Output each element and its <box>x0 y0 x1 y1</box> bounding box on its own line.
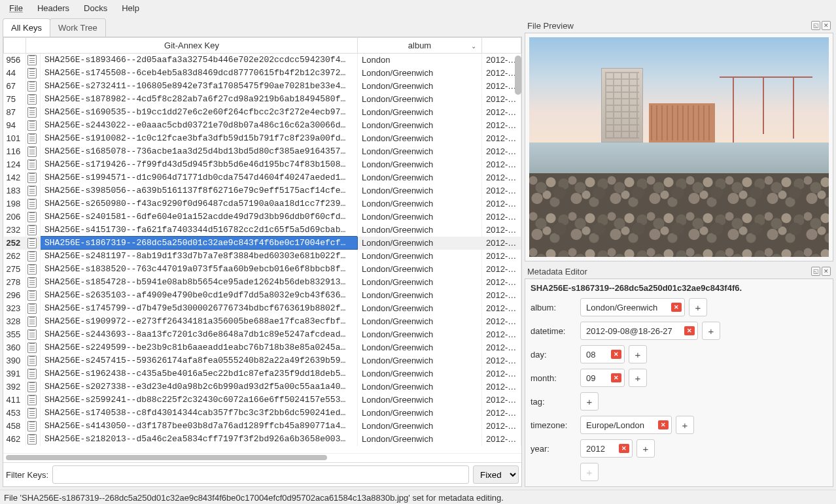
col-album[interactable]: album ⌄ <box>358 38 482 54</box>
tab-all-keys[interactable]: All Keys <box>3 18 50 37</box>
delete-icon[interactable]: ✕ <box>684 326 695 335</box>
table-row[interactable]: 296SHA256E-s2635103--af4909e4790be0cd1e9… <box>4 289 521 302</box>
add-day-button[interactable]: + <box>629 345 647 363</box>
cell-album: London/Greenwich <box>358 132 482 145</box>
add-field-button[interactable]: + <box>580 463 599 481</box>
table-row[interactable]: 458SHA256E-s4143050--d3f1787bee03b8d7a76… <box>4 420 521 433</box>
col-key[interactable]: Git-Annex Key <box>26 38 358 54</box>
delete-icon[interactable]: ✕ <box>658 420 669 429</box>
vertical-scrollbar[interactable] <box>515 56 521 95</box>
table-row[interactable]: 390SHA256E-s2457415--593626174afa8fea055… <box>4 354 521 367</box>
delete-icon[interactable]: ✕ <box>671 303 682 312</box>
add-year-button[interactable]: + <box>636 439 655 458</box>
cell-album: London/Greenwich <box>358 67 482 80</box>
menu-headers[interactable]: Headers <box>31 2 76 14</box>
table-row[interactable]: 75SHA256E-s1878982--4cd5f8c282ab7a6f27cd… <box>4 93 521 106</box>
cell-key: SHA256E-s2401581--6dfe604e01a152acdde49d… <box>41 210 358 224</box>
table-row[interactable]: 101SHA256E-s1910082--1c0c12fcae3bfa3dfb5… <box>4 132 521 145</box>
table-row[interactable]: 232SHA256E-s4151730--fa621fa7403344d5167… <box>4 224 521 237</box>
col-date[interactable] <box>482 38 521 54</box>
row-number: 458 <box>4 420 26 433</box>
col-rownum[interactable] <box>4 38 26 54</box>
editing-key-name: SHA256E-s1867319--268dc5a250d01c32ae9c84… <box>531 283 827 293</box>
cell-date: 2012-09 <box>482 276 521 289</box>
cell-key: SHA256E-s1878982--4cd5f8c282ab7a6f27cd98… <box>41 93 358 106</box>
table-row[interactable]: 355SHA256E-s2443693--8aa13fc7201c3d6e864… <box>4 328 521 341</box>
table-row[interactable]: 323SHA256E-s1745799--d7b479e5d3000026776… <box>4 302 521 315</box>
cell-album: London/Greenwich <box>358 106 482 119</box>
dock-detach-icon[interactable]: ◱ <box>811 21 820 30</box>
table-row[interactable]: 142SHA256E-s1994571--d1c9064d71771db0cda… <box>4 171 521 184</box>
value-year[interactable]: 2012 ✕ <box>580 439 633 458</box>
tab-work-tree[interactable]: Work Tree <box>50 18 106 37</box>
table-row[interactable]: 67SHA256E-s2732411--106805e8942e73fa1708… <box>4 80 521 93</box>
table-row[interactable]: 87SHA256E-s1690535--b19cc1dd27e6c2e60f26… <box>4 106 521 119</box>
add-month-button[interactable]: + <box>629 369 647 387</box>
table-row[interactable]: 328SHA256E-s1909972--e273ff26434181a3560… <box>4 315 521 328</box>
chevron-down-icon: ⌄ <box>471 42 476 49</box>
row-number: 206 <box>4 210 26 224</box>
delete-icon[interactable]: ✕ <box>611 373 621 382</box>
table-row[interactable]: 391SHA256E-s1962438--c435a5be4016a5ec22b… <box>4 367 521 380</box>
cell-album: London/Greenwich <box>358 420 482 433</box>
horizontal-scrollbar[interactable] <box>3 453 521 462</box>
row-number: 411 <box>4 394 26 407</box>
menu-docks[interactable]: Docks <box>77 2 114 14</box>
value-timezone[interactable]: Europe/London ✕ <box>580 416 672 434</box>
menu-file[interactable]: File <box>3 2 29 14</box>
table-row[interactable]: 453SHA256E-s1740538--c8fd43014344cab357f… <box>4 407 521 420</box>
table-row[interactable]: 116SHA256E-s1685078--736acbe1aa3d25d4bd1… <box>4 145 521 158</box>
document-icon <box>26 302 41 315</box>
cell-date: 2012-09 <box>482 420 521 433</box>
menubar: File Headers Docks Help <box>0 0 836 16</box>
dock-close-icon[interactable]: ✕ <box>822 267 831 276</box>
table-row[interactable]: 252SHA256E-s1867319--268dc5a250d01c32ae9… <box>4 237 521 250</box>
cell-key: SHA256E-s1909972--e273ff26434181a356005b… <box>41 315 358 328</box>
table-row[interactable]: 392SHA256E-s2027338--e3d23e4d0a98b2c6b99… <box>4 380 521 394</box>
keys-panel: All Keys Work Tree Git-Annex Key album <box>3 18 522 487</box>
table-row[interactable]: 94SHA256E-s2443022--e0aaac5cbd03721e70d8… <box>4 119 521 132</box>
add-album-button[interactable]: + <box>689 298 707 316</box>
keys-table-wrap[interactable]: Git-Annex Key album ⌄ 956SHA256E-s189346… <box>3 37 521 453</box>
dock-close-icon[interactable]: ✕ <box>822 21 831 30</box>
table-row[interactable]: 183SHA256E-s3985056--a639b5161137f8f6271… <box>4 184 521 197</box>
cell-album: London/Greenwich <box>358 367 482 380</box>
cell-album: London/Greenwich <box>358 433 482 446</box>
cell-key: SHA256E-s2481197--8ab19d1f33d7b7a7e8f388… <box>41 250 358 263</box>
dock-detach-icon[interactable]: ◱ <box>811 267 820 276</box>
table-row[interactable]: 278SHA256E-s1854728--b5941e08ab8b5654ce9… <box>4 276 521 289</box>
table-row[interactable]: 956SHA256E-s1893466--2d05aafa3a32754b446… <box>4 54 521 67</box>
document-icon <box>26 80 41 93</box>
row-number: 198 <box>4 197 26 210</box>
table-row[interactable]: 198SHA256E-s2650980--f43ac9290f0d96487cd… <box>4 197 521 210</box>
filter-mode-select[interactable]: Fixed <box>473 465 519 484</box>
file-preview-area <box>525 33 833 261</box>
cell-album: London/Greenwich <box>358 354 482 367</box>
table-row[interactable]: 411SHA256E-s2599241--db88c225f2c32430c60… <box>4 394 521 407</box>
cell-album: London/Greenwich <box>358 80 482 93</box>
table-row[interactable]: 124SHA256E-s1719426--7f99fd43d5d945f3bb5… <box>4 158 521 171</box>
add-timezone-button[interactable]: + <box>676 416 694 434</box>
table-row[interactable]: 462SHA256E-s2182013--d5a46c2ea5834cff719… <box>4 433 521 446</box>
delete-icon[interactable]: ✕ <box>619 444 629 453</box>
value-day[interactable]: 08 ✕ <box>580 345 625 363</box>
row-number: 232 <box>4 224 26 237</box>
document-icon <box>26 367 41 380</box>
cell-date: 2012-07 <box>482 380 521 394</box>
add-datetime-button[interactable]: + <box>702 322 720 340</box>
menu-help[interactable]: Help <box>115 2 146 14</box>
document-icon <box>26 158 41 171</box>
cell-key: SHA256E-s2635103--af4909e4790be0cd1e9df7… <box>41 289 358 302</box>
table-row[interactable]: 206SHA256E-s2401581--6dfe604e01a152acdde… <box>4 210 521 224</box>
add-tag-button[interactable]: + <box>580 392 599 411</box>
table-row[interactable]: 262SHA256E-s2481197--8ab19d1f33d7b7a7e8f… <box>4 250 521 263</box>
filter-input[interactable] <box>52 465 469 484</box>
table-row[interactable]: 275SHA256E-s1838520--763c447019a073f5faa… <box>4 263 521 276</box>
value-month[interactable]: 09 ✕ <box>580 369 625 387</box>
table-row[interactable]: 360SHA256E-s2249599--be23b9c81b6aaeadd1e… <box>4 341 521 354</box>
value-datetime[interactable]: 2012-09-08@18-26-27 ✕ <box>580 322 698 340</box>
value-album[interactable]: London/Greenwich ✕ <box>580 298 685 316</box>
table-row[interactable]: 44SHA256E-s1745508--6ceb4eb5a83d8469dcd8… <box>4 67 521 80</box>
delete-icon[interactable]: ✕ <box>611 350 621 359</box>
cell-key: SHA256E-s2650980--f43ac9290f0d96487cda57… <box>41 197 358 210</box>
